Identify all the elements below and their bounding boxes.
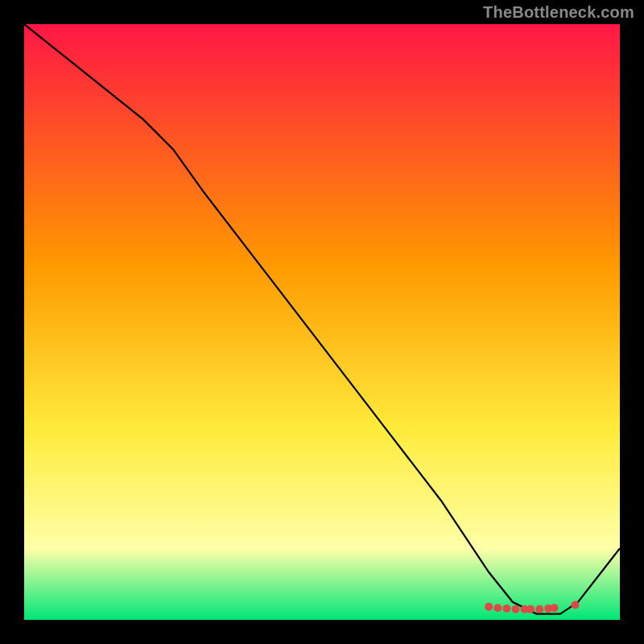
gradient-background	[24, 24, 620, 620]
data-marker	[485, 603, 493, 611]
data-marker	[512, 605, 520, 613]
data-marker	[526, 605, 535, 613]
attribution-label: TheBottleneck.com	[483, 3, 634, 22]
chart-container: TheBottleneck.com	[0, 0, 644, 644]
data-marker	[535, 605, 543, 613]
data-marker	[502, 605, 510, 613]
chart-svg	[24, 24, 620, 620]
plot-area	[24, 24, 620, 620]
data-marker	[551, 604, 559, 612]
data-marker	[493, 604, 502, 612]
data-marker	[572, 601, 580, 609]
